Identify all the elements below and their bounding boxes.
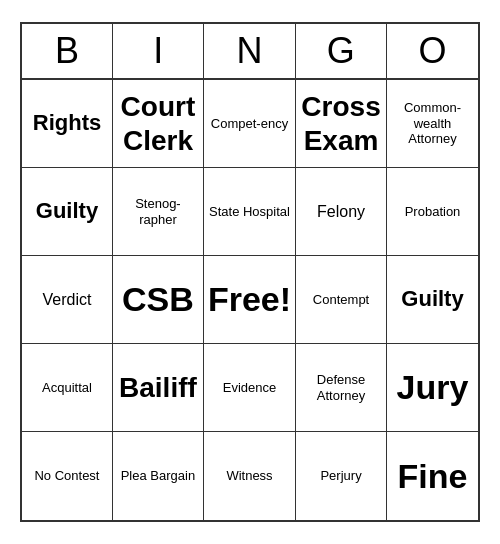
header-letter-i: I [113, 24, 204, 78]
cell-r2-c0: Verdict [22, 256, 113, 344]
header-letter-g: G [296, 24, 387, 78]
cell-r3-c1: Bailiff [113, 344, 204, 432]
cell-r2-c1: CSB [113, 256, 204, 344]
cell-r2-c4: Guilty [387, 256, 478, 344]
cell-r0-c2: Compet-ency [204, 80, 296, 168]
cell-r4-c3: Perjury [296, 432, 387, 520]
cell-r3-c3: Defense Attorney [296, 344, 387, 432]
bingo-grid: RightsCourt ClerkCompet-encyCross ExamCo… [22, 80, 478, 520]
cell-r1-c0: Guilty [22, 168, 113, 256]
cell-r0-c3: Cross Exam [296, 80, 387, 168]
header-letter-b: B [22, 24, 113, 78]
cell-r4-c0: No Contest [22, 432, 113, 520]
cell-r3-c0: Acquittal [22, 344, 113, 432]
cell-r4-c4: Fine [387, 432, 478, 520]
cell-r1-c1: Stenog-rapher [113, 168, 204, 256]
cell-r3-c2: Evidence [204, 344, 296, 432]
header-letter-o: O [387, 24, 478, 78]
cell-r4-c2: Witness [204, 432, 296, 520]
cell-r0-c1: Court Clerk [113, 80, 204, 168]
cell-r1-c4: Probation [387, 168, 478, 256]
cell-r2-c3: Contempt [296, 256, 387, 344]
bingo-header: BINGO [22, 24, 478, 80]
cell-r0-c0: Rights [22, 80, 113, 168]
bingo-card: BINGO RightsCourt ClerkCompet-encyCross … [20, 22, 480, 522]
cell-r1-c3: Felony [296, 168, 387, 256]
header-letter-n: N [204, 24, 295, 78]
cell-r1-c2: State Hospital [204, 168, 296, 256]
cell-r2-c2: Free! [204, 256, 296, 344]
cell-r4-c1: Plea Bargain [113, 432, 204, 520]
cell-r3-c4: Jury [387, 344, 478, 432]
cell-r0-c4: Common-wealth Attorney [387, 80, 478, 168]
